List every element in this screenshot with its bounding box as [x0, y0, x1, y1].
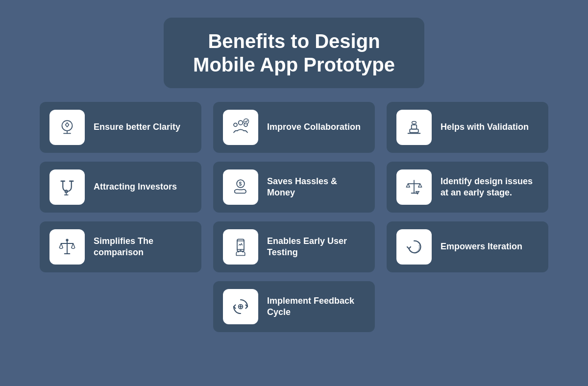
card-label: Enables Early User Testing [267, 236, 365, 259]
card-helps-with-validation: Helps with Validation [387, 102, 548, 153]
svg-rect-8 [410, 129, 418, 133]
card-enables-early-user-testing: Enables Early User Testing [213, 221, 375, 272]
card-label: Helps with Validation [441, 121, 529, 133]
user-testing-icon [230, 237, 251, 257]
validation-icon [404, 117, 424, 138]
card-saves-hassles-money: $ Saves Hassles & Money [213, 162, 375, 213]
comparison-icon-box [49, 229, 85, 265]
investors-icon-box [49, 169, 85, 205]
card-ensure-better-clarity: Ensure better Clarity [40, 102, 201, 153]
card-simplifies-comparison: Simplifies The comparison [40, 221, 201, 272]
card-label: Simplifies The comparison [94, 236, 192, 259]
benefits-grid: Ensure better Clarity Improve Collaborat… [40, 102, 548, 332]
iteration-icon-box [396, 229, 432, 265]
money-icon-box: $ [223, 169, 258, 205]
svg-rect-9 [412, 125, 417, 129]
svg-text:$: $ [239, 181, 242, 187]
svg-point-5 [234, 123, 237, 126]
card-label: Attracting Investors [94, 181, 177, 193]
card-label: Saves Hassles & Money [267, 176, 365, 199]
feedback-icon [230, 296, 251, 317]
svg-point-0 [62, 121, 73, 131]
page-title: Benefits to Design Mobile App Prototype [193, 29, 395, 76]
card-attracting-investors: Attracting Investors [40, 162, 201, 213]
card-label: Implement Feedback Cycle [267, 295, 365, 318]
svg-point-4 [239, 121, 243, 125]
svg-point-7 [244, 119, 249, 124]
card-implement-feedback-cycle: Implement Feedback Cycle [213, 281, 375, 332]
collaboration-icon-box [223, 110, 258, 145]
card-empowers-iteration: Empowers Iteration [387, 221, 548, 272]
svg-marker-1 [66, 122, 69, 127]
clarity-icon [57, 117, 77, 138]
design-issues-icon-box [396, 169, 432, 205]
clarity-icon-box [49, 110, 85, 145]
design-issues-icon [404, 177, 424, 197]
card-label: Empowers Iteration [441, 241, 522, 252]
svg-point-11 [412, 121, 416, 124]
card-label: Identify design issues at an early stage… [441, 176, 539, 199]
svg-point-23 [417, 193, 417, 193]
iteration-icon [404, 237, 424, 257]
feedback-icon-box [223, 289, 258, 324]
title-box: Benefits to Design Mobile App Prototype [164, 18, 424, 88]
card-label: Improve Collaboration [267, 121, 361, 133]
card-improve-collaboration: Improve Collaboration [213, 102, 375, 153]
money-icon: $ [230, 177, 251, 197]
comparison-icon [57, 237, 77, 257]
card-label: Ensure better Clarity [94, 121, 180, 133]
investors-icon [57, 177, 77, 197]
user-testing-icon-box [223, 229, 258, 265]
validation-icon-box [396, 110, 432, 145]
collaboration-icon [230, 117, 251, 138]
card-identify-design-issues: Identify design issues at an early stage… [387, 162, 548, 213]
